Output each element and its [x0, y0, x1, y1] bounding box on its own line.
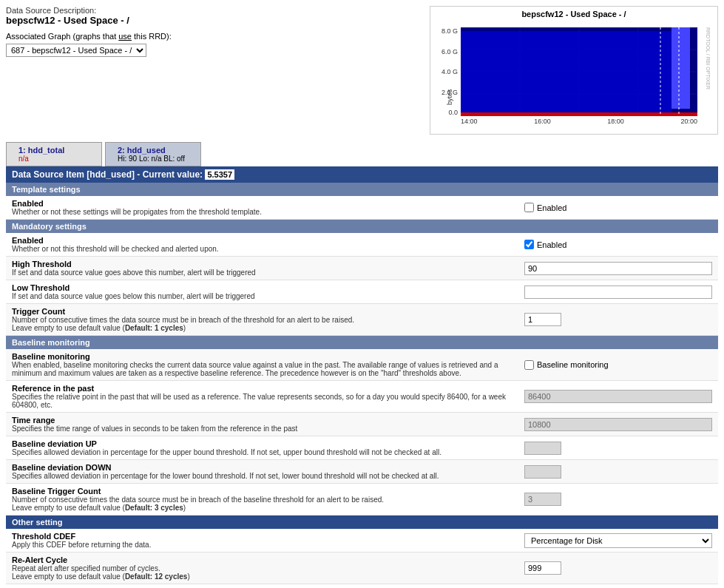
ds-item-header-label: Data Source Item [hdd_used] - Current va…	[12, 169, 203, 180]
low-threshold-input[interactable]	[524, 285, 712, 299]
baseline-dev-down-row: Baseline deviation DOWN Specifies allowe…	[6, 460, 718, 484]
baseline-dev-down-desc: Specifies allowed deviation in percentag…	[12, 472, 512, 480]
assoc-graph-label: Associated Graph (graphs that use this R…	[6, 32, 422, 41]
baseline-dev-up-input	[524, 442, 561, 455]
y-tick-1: 8.0 G	[441, 27, 458, 35]
baseline-trigger-count-row: Baseline Trigger Count Number of consecu…	[6, 484, 718, 516]
x-label-3: 18:00	[607, 118, 624, 125]
baseline-dev-down-input	[524, 465, 561, 479]
high-threshold-input[interactable]	[524, 262, 712, 275]
mandatory-enabled-checkbox-label[interactable]: Enabled	[524, 240, 566, 249]
re-alert-cycle-input[interactable]	[524, 561, 561, 575]
x-label-1: 14:00	[461, 118, 478, 125]
ds-description-label: Data Source Description:	[6, 6, 422, 15]
svg-rect-9	[461, 31, 671, 112]
tab1-line1: 1: hdd_total	[18, 146, 89, 155]
baseline-dev-up-label: Baseline deviation UP	[12, 439, 512, 448]
chart-svg	[461, 27, 697, 116]
x-label-2: 16:00	[534, 118, 551, 125]
low-threshold-label: Low Threshold	[12, 283, 512, 292]
svg-rect-10	[671, 27, 690, 109]
template-enabled-checkbox-text: Enabled	[537, 203, 566, 212]
reference-past-desc: Specifies the relative point in the past…	[12, 393, 512, 409]
baseline-dev-up-row: Baseline deviation UP Specifies allowed …	[6, 436, 718, 460]
low-threshold-desc: If set and data source value goes below …	[12, 292, 512, 300]
current-value: 5.5357	[205, 169, 234, 180]
mandatory-enabled-checkbox[interactable]	[524, 240, 534, 249]
baseline-trigger-count-label: Baseline Trigger Count	[12, 487, 512, 496]
graph-select[interactable]: 687 - bepscfw12 - Used Space - /	[6, 44, 146, 57]
baseline-dev-down-label: Baseline deviation DOWN	[12, 463, 512, 472]
tab-hdd-total[interactable]: 1: hdd_total n/a	[6, 142, 102, 166]
baseline-monitoring-checkbox-label[interactable]: Baseline monitoring	[524, 360, 609, 370]
template-enabled-label: Enabled	[12, 199, 512, 208]
trigger-count-label: Trigger Count	[12, 307, 512, 316]
x-label-4: 20:00	[680, 118, 697, 125]
baseline-dev-up-desc: Specifies allowed deviation in percentag…	[12, 448, 512, 456]
tab1-line2: n/a	[18, 155, 89, 163]
y-tick-5: 0.0	[448, 109, 458, 116]
template-enabled-checkbox[interactable]	[524, 203, 534, 212]
re-alert-cycle-row: Re-Alert Cycle Repeat alert after specif…	[6, 552, 718, 584]
baseline-monitoring-checkbox[interactable]	[524, 360, 534, 370]
svg-rect-8	[461, 112, 697, 116]
chart-container: bepscfw12 - Used Space - / 8.0 G 6.0 G 4…	[430, 6, 718, 135]
trigger-count-desc: Number of consecutive times the data sou…	[12, 316, 512, 332]
baseline-monitoring-header: Baseline monitoring	[6, 336, 718, 349]
tab2-line2: Hi: 90 Lo: n/a BL: off	[118, 155, 189, 163]
threshold-cdef-desc: Apply this CDEF before returning the dat…	[12, 541, 512, 549]
mandatory-enabled-checkbox-text: Enabled	[537, 240, 566, 249]
baseline-monitoring-checkbox-text: Baseline monitoring	[537, 360, 609, 369]
low-threshold-row: Low Threshold If set and data source val…	[6, 280, 718, 304]
ds-title: bepscfw12 - Used Space - /	[6, 15, 422, 26]
template-settings-header: Template settings	[6, 183, 718, 196]
template-enabled-desc: Whether or not these settings will be pr…	[12, 208, 512, 216]
baseline-monitoring-label: Baseline monitoring	[12, 352, 512, 361]
reference-past-input	[524, 390, 712, 403]
tab-hdd-used[interactable]: 2: hdd_used Hi: 90 Lo: n/a BL: off	[105, 142, 201, 166]
time-range-label: Time range	[12, 416, 512, 425]
re-alert-cycle-desc: Repeat alert after specified number of c…	[12, 564, 512, 581]
reference-past-row: Reference in the past Specifies the rela…	[6, 381, 718, 413]
sidebar-text: RRDTOOL / RBI OPTIXER	[706, 27, 711, 116]
baseline-monitoring-row: Baseline monitoring When enabled, baseli…	[6, 349, 718, 381]
high-threshold-desc: If set and data source value goes above …	[12, 268, 512, 277]
threshold-cdef-label: Threshold CDEF	[12, 532, 512, 541]
ds-item-header: Data Source Item [hdd_used] - Current va…	[6, 166, 718, 183]
other-setting-header: Other setting	[6, 516, 718, 529]
baseline-trigger-count-desc: Number of consecutive times the data sou…	[12, 496, 512, 512]
trigger-count-input[interactable]	[524, 313, 561, 326]
chart-title: bepscfw12 - Used Space - /	[433, 10, 714, 18]
mandatory-enabled-row: Enabled Whether or not this threshold wi…	[6, 233, 718, 257]
time-range-row: Time range Specifies the time range of v…	[6, 413, 718, 436]
template-enabled-row: Enabled Whether or not these settings wi…	[6, 196, 718, 220]
mandatory-enabled-desc: Whether or not this threshold will be ch…	[12, 245, 512, 253]
y-axis-label: bytes	[446, 50, 453, 105]
tabs-row: 1: hdd_total n/a 2: hdd_used Hi: 90 Lo: …	[6, 142, 718, 166]
time-range-desc: Specifies the time range of values in se…	[12, 425, 512, 433]
baseline-monitoring-desc: When enabled, baseline monitoring checks…	[12, 361, 512, 377]
reference-past-label: Reference in the past	[12, 384, 512, 393]
time-range-input	[524, 418, 712, 431]
mandatory-settings-header: Mandatory settings	[6, 220, 718, 233]
threshold-cdef-select[interactable]: Percentage for Disk None	[524, 533, 712, 548]
baseline-trigger-count-input	[524, 493, 561, 506]
template-enabled-checkbox-label[interactable]: Enabled	[524, 203, 566, 212]
threshold-cdef-row: Threshold CDEF Apply this CDEF before re…	[6, 529, 718, 552]
trigger-count-row: Trigger Count Number of consecutive time…	[6, 304, 718, 336]
tab2-line1: 2: hdd_used	[118, 146, 189, 155]
high-threshold-label: High Threshold	[12, 260, 512, 268]
re-alert-cycle-label: Re-Alert Cycle	[12, 555, 512, 564]
mandatory-enabled-label: Enabled	[12, 236, 512, 245]
high-threshold-row: High Threshold If set and data source va…	[6, 257, 718, 280]
